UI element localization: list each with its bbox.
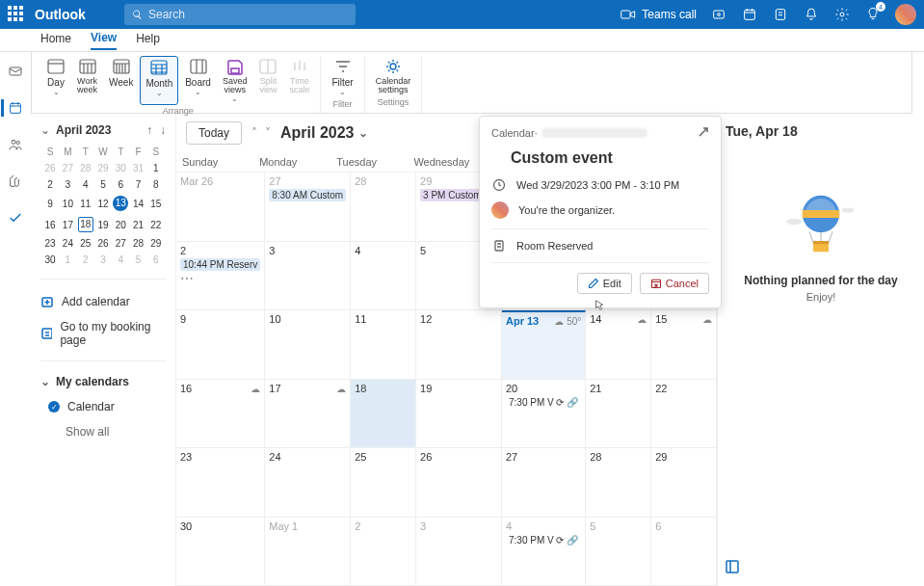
minical-day[interactable]: 4	[78, 177, 93, 192]
meet-now-icon[interactable]	[710, 6, 727, 23]
notifications-icon[interactable]	[803, 6, 820, 23]
today-button[interactable]: Today	[186, 121, 242, 145]
filter-button[interactable]: Filter⌄	[327, 56, 357, 98]
minical-day[interactable]: 18	[78, 215, 93, 234]
minical-day[interactable]: 14	[130, 194, 145, 213]
minical-day[interactable]: 11	[78, 194, 93, 213]
more-events-icon[interactable]: ⋯	[180, 271, 260, 286]
minical-day[interactable]: 5	[130, 253, 145, 267]
minical-day[interactable]: 23	[42, 236, 58, 251]
minical-day[interactable]: 27	[113, 236, 128, 251]
minical-day[interactable]: 3	[60, 177, 75, 192]
minical-day[interactable]: 19	[95, 215, 111, 234]
minical-day[interactable]: 28	[130, 236, 145, 251]
minical-day[interactable]: 6	[113, 177, 128, 192]
minical-day[interactable]: 29	[148, 236, 164, 251]
minical-day[interactable]: 2	[78, 253, 93, 267]
prev-period-icon[interactable]: ˄	[251, 126, 257, 140]
next-period-icon[interactable]: ˅	[265, 126, 271, 140]
minical-day[interactable]: 13	[113, 194, 128, 213]
minical-next-icon[interactable]: ↓	[160, 123, 166, 137]
minical-day[interactable]: 25	[78, 236, 93, 251]
event-item[interactable]: 7:30 PM V ⟳ 🔗	[506, 396, 581, 409]
my-day-icon[interactable]	[772, 6, 789, 23]
tips-icon[interactable]: 4	[864, 6, 882, 23]
event-popover: Calendar · Custom event Wed 3/29/2023 3:…	[479, 116, 722, 308]
tab-view[interactable]: View	[91, 31, 117, 50]
minical-day[interactable]: 7	[130, 177, 145, 192]
show-all-link[interactable]: Show all	[40, 419, 166, 444]
svg-rect-14	[191, 60, 206, 73]
view-board-button[interactable]: Board⌄	[180, 56, 216, 105]
minical-day[interactable]: 27	[60, 161, 75, 175]
panel-expand-icon[interactable]	[726, 560, 916, 576]
calendar-item[interactable]: ✓ Calendar	[40, 394, 166, 419]
files-rail-icon[interactable]	[7, 173, 24, 190]
app-launcher-icon[interactable]	[8, 6, 25, 23]
minical-day[interactable]: 31	[130, 161, 145, 175]
minical-day[interactable]: 22	[148, 215, 164, 234]
view-day-button[interactable]: Day⌄	[41, 56, 70, 105]
view-workweek-button[interactable]: Work week	[72, 56, 102, 105]
minical-day[interactable]: 1	[60, 253, 75, 267]
cancel-button[interactable]: Cancel	[640, 273, 709, 294]
minical-day[interactable]: 8	[148, 177, 164, 192]
booking-page-link[interactable]: Go to my booking page	[40, 314, 166, 353]
minical-day[interactable]: 21	[130, 215, 145, 234]
mail-rail-icon[interactable]	[7, 63, 24, 80]
minical-day[interactable]: 4	[113, 253, 128, 267]
minical-prev-icon[interactable]: ↑	[146, 123, 152, 137]
saved-views-button[interactable]: Saved views⌄	[218, 56, 252, 105]
settings-icon[interactable]	[833, 6, 851, 23]
minical-day[interactable]: 24	[60, 236, 75, 251]
minical-day[interactable]: 26	[95, 236, 111, 251]
my-calendars-section[interactable]: ⌄ My calendars	[40, 369, 166, 394]
minical-day[interactable]: 15	[148, 194, 164, 213]
calendar-settings-button[interactable]: Calendar settings	[371, 56, 416, 96]
edit-button[interactable]: Edit	[577, 273, 632, 294]
time-scale-button: Time scale	[284, 56, 314, 105]
view-week-button[interactable]: Week	[104, 56, 138, 105]
minical-day[interactable]: 17	[60, 215, 75, 234]
minical-day[interactable]: 2	[42, 177, 58, 192]
agenda-title: Tue, Apr 18	[726, 123, 916, 139]
minical-day[interactable]: 3	[95, 253, 111, 267]
save-icon	[225, 58, 245, 75]
view-month-button[interactable]: Month⌄	[140, 56, 178, 105]
event-item[interactable]: 7:30 PM V ⟳ 🔗	[506, 534, 581, 546]
search-input[interactable]	[148, 8, 348, 21]
minical-day[interactable]: 30	[113, 161, 128, 175]
minical-day[interactable]: 5	[95, 177, 111, 192]
split-icon	[258, 58, 277, 75]
calendar-rail-icon[interactable]	[1, 99, 24, 117]
expand-popover-icon[interactable]	[698, 126, 709, 140]
chevron-down-icon[interactable]: ⌄	[40, 123, 50, 137]
tab-help[interactable]: Help	[136, 32, 160, 49]
minical-day[interactable]: 1	[148, 161, 164, 175]
ribbon-tabs: Home View Help	[0, 29, 924, 52]
minical-day[interactable]: 28	[78, 161, 93, 175]
minical-day[interactable]: 6	[148, 253, 164, 267]
add-calendar-button[interactable]: Add calendar	[40, 289, 166, 314]
minical-day[interactable]: 29	[95, 161, 111, 175]
minical-day[interactable]: 30	[42, 253, 58, 267]
minical-day[interactable]: 16	[42, 215, 58, 234]
minical-day[interactable]: 9	[42, 194, 58, 213]
tab-home[interactable]: Home	[40, 32, 71, 49]
month-icon	[149, 59, 169, 76]
location-icon	[491, 239, 507, 253]
event-item[interactable]: 10:44 PM Reserv	[180, 258, 260, 271]
minical-day[interactable]: 26	[42, 161, 58, 175]
minical-day[interactable]: 12	[95, 194, 111, 213]
calendar-nav-icon[interactable]	[741, 6, 758, 23]
minical-day[interactable]: 20	[113, 215, 128, 234]
people-rail-icon[interactable]	[7, 136, 24, 153]
calendar-title[interactable]: April 2023 ⌄	[280, 124, 367, 142]
account-avatar[interactable]	[895, 4, 916, 25]
teams-call-button[interactable]: Teams call	[620, 8, 697, 21]
minical-day[interactable]: 10	[60, 194, 75, 213]
event-item[interactable]: 8:30 AM Custom	[269, 189, 346, 201]
search-bar[interactable]	[124, 4, 356, 25]
todo-rail-icon[interactable]	[7, 209, 24, 226]
mini-calendar[interactable]: SMTWTFS 26272829303112345678910111213141…	[40, 143, 166, 269]
